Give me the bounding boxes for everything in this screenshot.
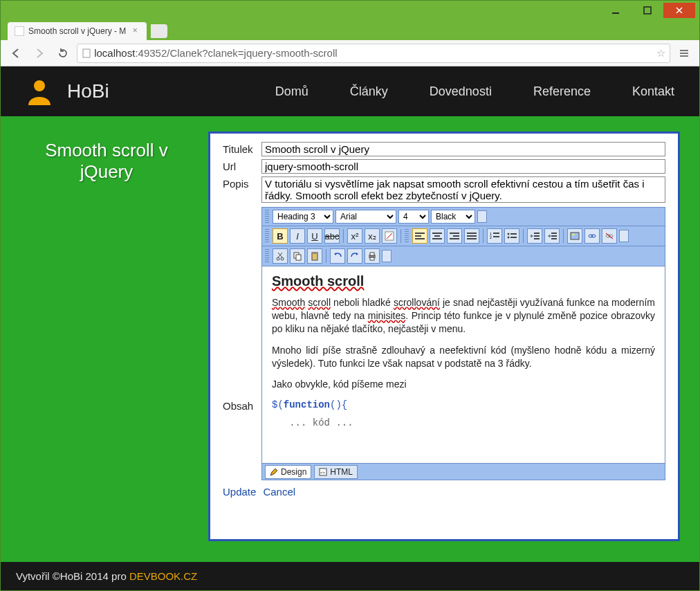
indent-button[interactable]: [544, 228, 560, 244]
svg-rect-28: [510, 233, 517, 235]
clear-format-button[interactable]: [382, 228, 397, 244]
nav-articles[interactable]: Články: [350, 84, 388, 99]
label-obsah: Obsah: [223, 399, 257, 412]
svg-rect-49: [296, 255, 301, 260]
subscript-button[interactable]: x₂: [365, 228, 380, 244]
nav-references[interactable]: Reference: [533, 84, 591, 99]
undo-button[interactable]: [330, 248, 345, 264]
browser-tabs: Smooth scroll v jQuery - M ×: [1, 20, 699, 40]
popis-textarea[interactable]: V tutoriálu si vysvětlíme jak napsat smo…: [261, 176, 665, 203]
svg-rect-53: [370, 253, 374, 255]
page-title: Smooth scroll v jQuery: [20, 131, 193, 541]
tab-title: Smooth scroll v jQuery - M: [28, 26, 126, 36]
close-window-button[interactable]: [663, 3, 695, 18]
font-select[interactable]: Arial: [335, 210, 396, 224]
strike-button[interactable]: abc: [324, 228, 340, 244]
bold-button[interactable]: B: [273, 228, 288, 244]
svg-rect-26: [493, 236, 499, 237]
titulek-input[interactable]: [261, 142, 665, 156]
toolbar-grip: [265, 210, 269, 224]
svg-rect-0: [612, 12, 619, 14]
unordered-list-button[interactable]: [504, 228, 519, 244]
html-tab[interactable]: <>HTML: [314, 465, 358, 479]
underline-button[interactable]: U: [307, 228, 322, 244]
align-center-button[interactable]: [430, 228, 445, 244]
align-left-button[interactable]: [412, 228, 427, 244]
ordered-list-button[interactable]: 12: [487, 228, 502, 244]
update-link[interactable]: Update: [223, 486, 256, 498]
nav-contact[interactable]: Kontakt: [632, 84, 674, 99]
editor-mode-tabs: Design <>HTML: [262, 463, 665, 480]
design-tab[interactable]: Design: [265, 465, 311, 479]
toolbar-overflow-icon[interactable]: [382, 250, 392, 262]
svg-point-8: [34, 80, 45, 91]
svg-rect-12: [415, 235, 421, 237]
svg-point-44: [277, 257, 279, 260]
rich-editor: Heading 3 Arial 4 Black B I U: [261, 207, 665, 480]
url-input[interactable]: [261, 159, 665, 174]
svg-rect-36: [551, 238, 557, 239]
svg-rect-31: [534, 233, 540, 234]
browser-tab[interactable]: Smooth scroll v jQuery - M ×: [8, 22, 147, 40]
brand[interactable]: HoBi: [67, 80, 109, 102]
svg-rect-13: [415, 238, 425, 239]
site-footer: Vytvořil ©HoBi 2014 pro DEVBOOK.CZ: [1, 562, 699, 590]
svg-line-43: [606, 233, 613, 239]
browser-toolbar: localhost:49352/Clanek?clanek=jquery-smo…: [1, 40, 699, 66]
cut-button[interactable]: [273, 248, 288, 264]
page-icon: [82, 48, 91, 58]
new-tab-button[interactable]: [151, 24, 167, 38]
format-select[interactable]: Heading 3: [273, 210, 333, 224]
toolbar-overflow-icon[interactable]: [619, 230, 629, 242]
size-select[interactable]: 4: [398, 210, 429, 224]
svg-rect-35: [551, 235, 557, 237]
content-paragraph: Jako obvykle, kód píšeme mezi: [272, 378, 655, 391]
svg-rect-18: [453, 235, 459, 237]
outdent-button[interactable]: [527, 228, 542, 244]
redo-button[interactable]: [347, 248, 362, 264]
toolbar-grip: [265, 229, 269, 243]
superscript-button[interactable]: x²: [347, 228, 362, 244]
svg-rect-34: [551, 233, 557, 234]
content-heading: Smooth scroll: [272, 273, 655, 289]
cancel-link[interactable]: Cancel: [263, 486, 295, 498]
image-button[interactable]: [567, 228, 582, 244]
back-button[interactable]: [6, 44, 26, 63]
svg-rect-51: [313, 252, 316, 254]
close-tab-icon[interactable]: ×: [130, 26, 140, 36]
svg-rect-11: [415, 233, 425, 234]
maximize-button[interactable]: [632, 3, 663, 18]
avatar-icon[interactable]: [26, 78, 53, 105]
label-titulek: Titulek: [223, 142, 257, 155]
print-button[interactable]: [365, 248, 380, 264]
editor-body[interactable]: Smooth scroll Smooth scroll neboli hladk…: [262, 266, 665, 463]
link-button[interactable]: [584, 228, 600, 244]
unlink-button[interactable]: [602, 228, 617, 244]
url-port: :49352: [135, 47, 167, 59]
color-select[interactable]: Black: [431, 210, 475, 224]
svg-rect-24: [493, 233, 499, 234]
copy-button[interactable]: [290, 248, 305, 264]
minimize-button[interactable]: [600, 3, 632, 18]
svg-rect-37: [571, 233, 579, 239]
address-bar[interactable]: localhost:49352/Clanek?clanek=jquery-smo…: [77, 44, 670, 63]
chrome-menu-button[interactable]: [674, 44, 694, 63]
label-popis: Popis: [223, 176, 257, 190]
svg-rect-21: [467, 235, 477, 237]
label-url: Url: [223, 159, 257, 172]
titlebar: [1, 1, 699, 20]
toolbar-overflow-icon[interactable]: [477, 210, 487, 223]
align-right-button[interactable]: [447, 228, 462, 244]
nav-home[interactable]: Domů: [275, 84, 308, 99]
svg-rect-33: [534, 238, 540, 239]
favicon-icon: [15, 26, 24, 36]
footer-link[interactable]: DEVBOOK.CZ: [129, 570, 197, 582]
svg-rect-30: [510, 237, 517, 238]
align-justify-button[interactable]: [464, 228, 479, 244]
star-icon[interactable]: ☆: [656, 47, 665, 60]
nav-skills[interactable]: Dovednosti: [430, 84, 492, 99]
italic-button[interactable]: I: [290, 228, 305, 244]
reload-button[interactable]: [53, 44, 73, 63]
paste-button[interactable]: [307, 248, 322, 264]
forward-button[interactable]: [30, 44, 49, 63]
